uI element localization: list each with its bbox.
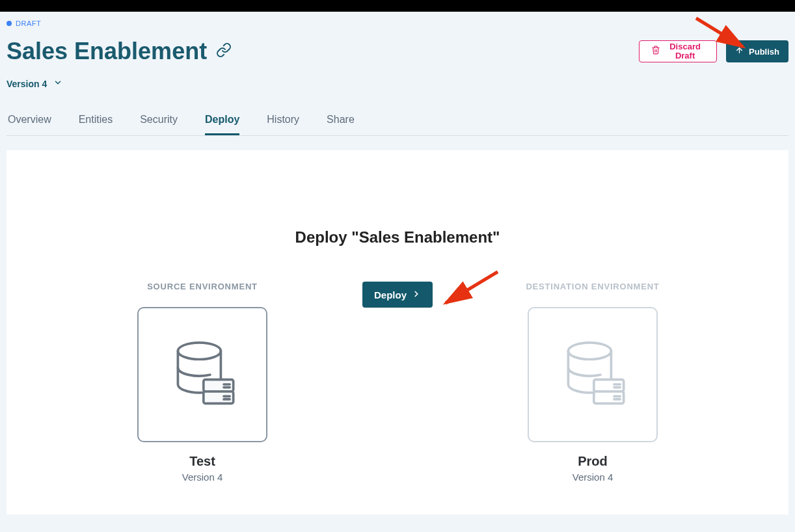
- tab-entities[interactable]: Entities: [79, 114, 113, 135]
- tab-history[interactable]: History: [267, 114, 299, 135]
- database-icon: [557, 336, 628, 414]
- destination-env-label: DESTINATION ENVIRONMENT: [526, 282, 659, 291]
- version-selector[interactable]: Version 4: [7, 78, 788, 89]
- chevron-down-icon: [53, 78, 62, 89]
- source-env-label: SOURCE ENVIRONMENT: [147, 282, 258, 291]
- svg-point-0: [178, 342, 221, 359]
- version-label: Version 4: [7, 79, 47, 89]
- deploy-label: Deploy: [374, 289, 407, 300]
- svg-rect-1: [204, 379, 234, 391]
- destination-env-card[interactable]: [528, 307, 658, 442]
- source-env-name: Test: [189, 454, 215, 469]
- upload-icon: [735, 46, 744, 57]
- draft-status: DRAFT: [7, 20, 788, 27]
- discard-label: Discard Draft: [666, 42, 705, 61]
- svg-rect-8: [594, 379, 624, 391]
- trash-icon: [651, 46, 660, 57]
- deploy-button[interactable]: Deploy: [362, 282, 433, 308]
- status-dot-icon: [7, 21, 12, 26]
- tab-bar: Overview Entities Security Deploy Histor…: [7, 114, 788, 136]
- deploy-heading: Deploy "Sales Enablement": [7, 228, 788, 246]
- link-icon[interactable]: [216, 42, 232, 60]
- deploy-panel: Deploy "Sales Enablement" SOURCE ENVIRON…: [7, 150, 788, 514]
- tab-security[interactable]: Security: [140, 114, 178, 135]
- publish-label: Publish: [749, 47, 779, 57]
- status-text: DRAFT: [16, 20, 41, 27]
- database-icon: [167, 336, 238, 414]
- chevron-right-icon: [412, 289, 421, 300]
- window-top-bar: [0, 0, 795, 12]
- tab-share[interactable]: Share: [327, 114, 355, 135]
- tab-deploy[interactable]: Deploy: [205, 114, 239, 135]
- tab-overview[interactable]: Overview: [8, 114, 51, 135]
- svg-point-7: [568, 342, 611, 359]
- destination-env-version: Version 4: [573, 472, 613, 483]
- discard-draft-button[interactable]: Discard Draft: [639, 40, 717, 62]
- source-env-version: Version 4: [182, 472, 223, 483]
- page-title: Sales Enablement: [7, 38, 207, 65]
- publish-button[interactable]: Publish: [726, 40, 788, 62]
- destination-env-name: Prod: [578, 454, 608, 469]
- source-env-card[interactable]: [137, 307, 267, 442]
